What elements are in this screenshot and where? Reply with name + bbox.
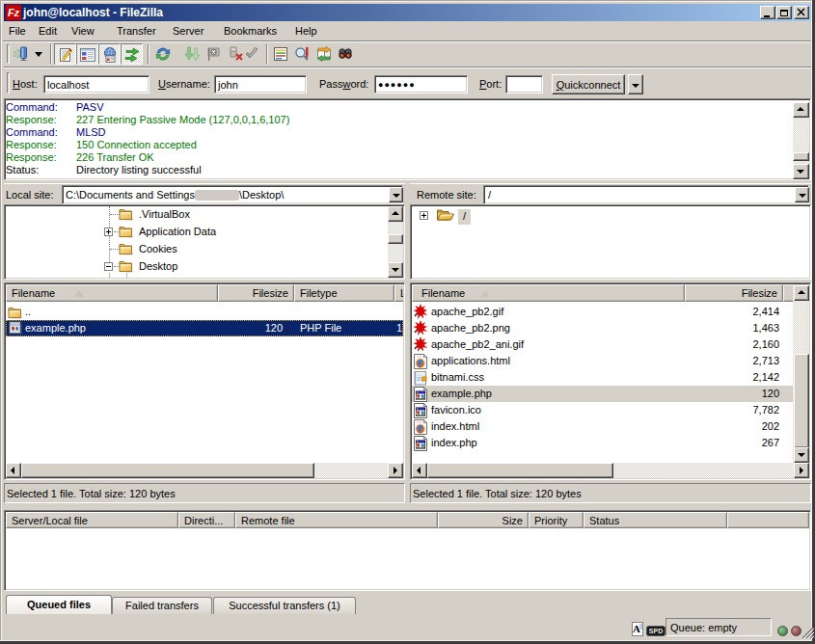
svg-text:Fz: Fz — [8, 7, 20, 18]
svg-text:SPD: SPD — [649, 628, 663, 634]
svg-text:A: A — [633, 623, 640, 634]
